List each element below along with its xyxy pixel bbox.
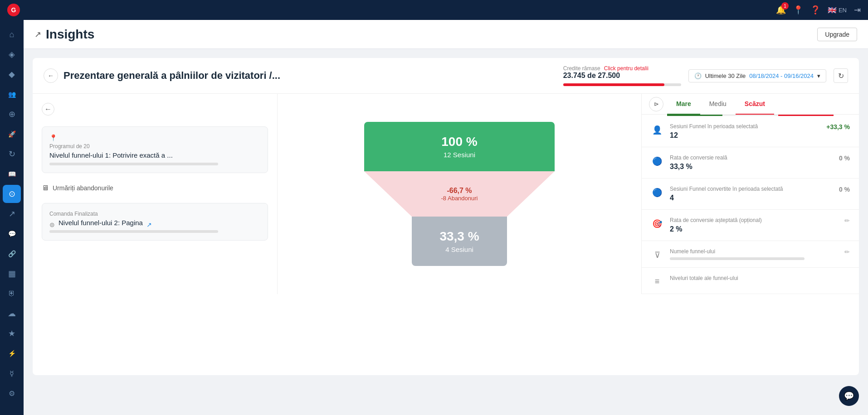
notifications-icon[interactable]: 🔔 1 bbox=[776, 5, 786, 15]
date-range-selector[interactable]: 🕐 Ultimele 30 Zile 08/18/2024 - 09/16/20… bbox=[688, 69, 826, 82]
sidebar-item-tags[interactable]: ◈ bbox=[3, 45, 21, 63]
funnel-bottom-pct: 33,3 % bbox=[421, 229, 498, 244]
funnel-bottom-block: 33,3 % 4 Sesiuni bbox=[412, 217, 507, 266]
funnel-visual-panel: 100 % 12 Sesiuni -66,7 % -8 Abandonuri bbox=[278, 94, 641, 294]
step2-pin-icon: ⊚ bbox=[49, 221, 55, 228]
sidebar-item-shield[interactable]: ⛨ bbox=[3, 285, 21, 303]
step2-bar bbox=[49, 230, 218, 233]
stat-name-edit-icon[interactable]: ✏ bbox=[844, 248, 850, 256]
sidebar-item-star[interactable]: ★ bbox=[3, 324, 21, 343]
sidebar-item-insights[interactable]: ⊙ bbox=[3, 185, 21, 203]
sidebar-item-links[interactable]: 🔗 bbox=[3, 245, 21, 263]
sidebar-item-loop[interactable]: ↻ bbox=[3, 145, 21, 163]
sidebar-item-trending[interactable]: ↗ bbox=[3, 205, 21, 223]
track-abandons-button[interactable]: 🖥 Urmăriți abandonurile bbox=[42, 180, 268, 196]
monitor-icon: 🖥 bbox=[42, 184, 49, 192]
trending-icon: ↗ bbox=[9, 209, 15, 219]
back-circle-button[interactable]: ← bbox=[42, 103, 54, 116]
insights-icon: ⊙ bbox=[9, 189, 15, 199]
step2-external-link-icon[interactable]: ↗ bbox=[146, 221, 152, 228]
notification-badge: 1 bbox=[781, 2, 789, 10]
funnel-top-sessions: 12 Sesiuni bbox=[373, 151, 546, 159]
stat-name-content: Numele funnel-ului bbox=[670, 248, 838, 260]
stat-expected-content: Rata de conversie așteptată (opțional) 2… bbox=[670, 217, 838, 233]
step2-title: Nivelul funnel-ului 2: Pagina bbox=[59, 219, 143, 227]
stat-conversion-right: 0 % bbox=[839, 154, 850, 162]
credits-section: Credite rămase Click pentru detalii 23.7… bbox=[563, 65, 681, 86]
location-icon[interactable]: 📍 bbox=[793, 5, 803, 15]
sidebar-item-cloud[interactable]: ☁ bbox=[3, 304, 21, 323]
sidebar-item-lightning[interactable]: ⚡ bbox=[3, 344, 21, 362]
funnel-drop-pct: -66,7 % bbox=[441, 187, 478, 195]
step1-bar bbox=[49, 163, 218, 165]
sidebar-item-person[interactable]: ☿ bbox=[3, 364, 21, 382]
date-range-dates: 08/18/2024 - 09/16/2024 bbox=[749, 72, 814, 79]
tab-scazut[interactable]: Scăzut bbox=[736, 94, 774, 115]
home-icon: ⌂ bbox=[10, 30, 15, 39]
stats-nav-icon[interactable]: ⊳ bbox=[649, 97, 663, 111]
sidebar-item-analytics[interactable]: ⊕ bbox=[3, 105, 21, 123]
stat-conversion-icon: 🔵 bbox=[651, 156, 663, 166]
help-icon[interactable]: ❓ bbox=[810, 5, 820, 15]
sidebar-item-rocket[interactable]: 🚀 bbox=[3, 125, 21, 143]
stat-expected-edit-icon[interactable]: ✏ bbox=[844, 217, 850, 224]
stat-conversion-label: Rata de conversie reală bbox=[670, 154, 833, 161]
chat-bubble-icon: 💬 bbox=[844, 391, 854, 401]
step2-program-label: Comanda Finalizata bbox=[49, 211, 260, 217]
bar-icon: ▦ bbox=[8, 269, 16, 279]
stat-sessions-icon: 👤 bbox=[651, 125, 663, 135]
app-logo[interactable]: G bbox=[7, 4, 20, 16]
stat-item-conversion: 🔵 Rata de conversie reală 33,3 % 0 % bbox=[642, 147, 859, 179]
loop-icon: ↻ bbox=[9, 149, 15, 159]
step1-pin-icon: 📍 bbox=[49, 134, 57, 141]
layers-icon: ≡ bbox=[655, 277, 660, 286]
upgrade-button[interactable]: Upgrade bbox=[817, 28, 857, 41]
funnel-bottom-sessions: 4 Sesiuni bbox=[421, 246, 498, 253]
credits-label: Credite rămase bbox=[563, 65, 600, 72]
page-header: ↗ Insights Upgrade bbox=[24, 20, 868, 49]
sidebar-item-settings[interactable]: ⚙ bbox=[3, 384, 21, 402]
sidebar-item-goals[interactable]: ◆ bbox=[3, 65, 21, 83]
library-icon: 📖 bbox=[8, 170, 16, 178]
sidebar: ⌂ ◈ ◆ 👥 ⊕ 🚀 ↻ 📖 ⊙ ↗ 💬 bbox=[0, 20, 24, 415]
stat-item-expected: 🎯 Rata de conversie așteptată (opțional)… bbox=[642, 210, 859, 241]
report-container: ← Prezentare generală a pâlniilor de viz… bbox=[33, 58, 859, 375]
funnel-step-2: Comanda Finalizata ⊚ Nivelul funnel-ului… bbox=[42, 203, 268, 241]
stat-sessions-label: Sesiuni Funnel în perioada selectată bbox=[670, 123, 820, 130]
stat-sessions-right: +33,3 % bbox=[826, 123, 850, 130]
report-nav: ← Prezentare generală a pâlniilor de viz… bbox=[44, 68, 280, 83]
sidebar-item-library[interactable]: 📖 bbox=[3, 165, 21, 183]
refresh-button[interactable]: ↻ bbox=[834, 68, 848, 83]
main-layout: ⌂ ◈ ◆ 👥 ⊕ 🚀 ↻ 📖 ⊙ ↗ 💬 bbox=[0, 20, 868, 415]
sidebar-item-chat[interactable]: 💬 bbox=[3, 225, 21, 243]
page-title: Insights bbox=[46, 27, 94, 42]
logout-icon[interactable]: ⇥ bbox=[854, 5, 861, 15]
stat-levels-label: Niveluri totale ale funnel-ului bbox=[670, 275, 850, 281]
chat-bubble-button[interactable]: 💬 bbox=[839, 386, 859, 406]
stat-expected-value: 2 % bbox=[670, 225, 838, 233]
tab-mediu[interactable]: Mediu bbox=[700, 94, 736, 115]
language-selector[interactable]: 🇬🇧 EN bbox=[828, 6, 847, 14]
cloud-icon: ☁ bbox=[8, 309, 16, 318]
goal-icon: ◆ bbox=[9, 69, 15, 79]
topbar-left: G bbox=[7, 4, 20, 16]
back-circle-icon: ← bbox=[44, 105, 52, 113]
tab-underlines bbox=[642, 115, 859, 116]
credits-link[interactable]: Click pentru detalii bbox=[604, 65, 649, 72]
coin-icon: 🔵 bbox=[652, 156, 662, 166]
stat-name-bar bbox=[670, 257, 805, 260]
eye-coin-icon: 🔵 bbox=[652, 188, 662, 198]
date-range-label: Ultimele 30 Zile bbox=[705, 72, 746, 79]
lightning-icon: ⚡ bbox=[8, 350, 16, 357]
tab-mare[interactable]: Mare bbox=[667, 94, 700, 115]
sidebar-item-bar[interactable]: ▦ bbox=[3, 265, 21, 283]
link-icon: 🔗 bbox=[8, 250, 16, 257]
sidebar-item-home[interactable]: ⌂ bbox=[3, 25, 21, 43]
back-icon: ← bbox=[48, 72, 54, 79]
funnel-steps-panel: ← 📍 Programul de 20 Nivelul funnel-ului … bbox=[33, 94, 278, 294]
back-button[interactable]: ← bbox=[44, 68, 58, 83]
stats-tabs: Mare Mediu Scăzut bbox=[667, 94, 852, 114]
funnel-drop-zone: -66,7 % -8 Abandonuri bbox=[364, 171, 555, 217]
sidebar-item-users[interactable]: 👥 bbox=[3, 85, 21, 103]
refresh-icon: ↻ bbox=[838, 72, 844, 80]
